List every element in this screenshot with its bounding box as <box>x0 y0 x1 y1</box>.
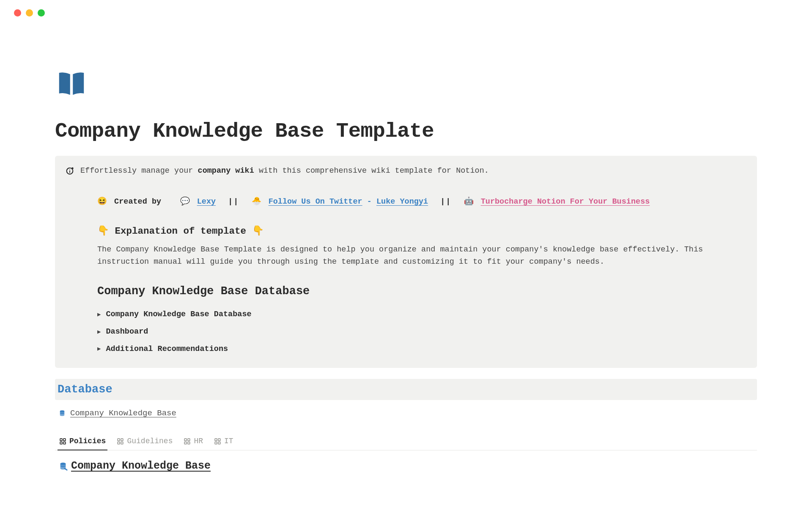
maximize-window-icon[interactable] <box>38 9 45 17</box>
svg-rect-11 <box>118 442 120 444</box>
tab-it[interactable]: IT <box>213 433 234 450</box>
database-stack-icon <box>58 409 66 417</box>
svg-rect-5 <box>60 439 62 441</box>
link-follow-twitter[interactable]: Follow Us On Twitter <box>269 197 362 206</box>
svg-rect-15 <box>185 442 187 444</box>
credits-line: 😆 Created by 💬 Lexy || 🐣 Follow Us On Tw… <box>80 196 747 208</box>
database-heading-block: Database <box>55 379 757 400</box>
chevron-right-icon: ▶ <box>97 310 101 320</box>
chick-icon: 🐣 <box>252 197 261 206</box>
callout-intro: Effortlessly manage your company wiki wi… <box>80 165 747 177</box>
tab-hr[interactable]: HR <box>183 433 204 450</box>
svg-rect-10 <box>121 439 123 441</box>
toggle-item[interactable]: ▶ Dashboard <box>97 323 747 341</box>
page-title: Company Knowledge Base Template <box>55 119 757 143</box>
minimize-window-icon[interactable] <box>26 9 33 17</box>
board-icon <box>214 438 221 445</box>
svg-rect-8 <box>63 442 66 444</box>
board-icon <box>117 438 124 445</box>
subheading-database: Company Knowledge Base Database <box>80 283 747 301</box>
chevron-right-icon: ▶ <box>97 328 101 337</box>
linked-database-label[interactable]: Company Knowledge Base <box>70 409 176 418</box>
svg-rect-17 <box>215 439 217 441</box>
tab-guidelines[interactable]: Guidelines <box>116 433 173 450</box>
point-down-icon: 👇 <box>97 226 109 237</box>
point-down-icon: 👇 <box>252 226 264 237</box>
callout-block: Effortlessly manage your company wiki wi… <box>55 156 757 368</box>
svg-rect-19 <box>215 442 217 444</box>
svg-point-3 <box>71 167 74 169</box>
toggle-list: ▶ Company Knowledge Base Database ▶ Dash… <box>80 306 747 358</box>
board-icon <box>184 438 191 445</box>
chevron-right-icon: ▶ <box>97 345 101 354</box>
explanation-body: The Company Knowledge Base Template is d… <box>80 244 747 268</box>
info-icon <box>65 166 74 175</box>
speech-bubble-icon: 💬 <box>180 197 190 206</box>
close-window-icon[interactable] <box>14 9 21 17</box>
svg-rect-20 <box>218 442 220 444</box>
database-heading: Database <box>58 383 754 396</box>
database-stack-icon <box>58 461 68 471</box>
toggle-item[interactable]: ▶ Company Knowledge Base Database <box>97 306 747 323</box>
view-tabs: Policies Guidelines HR <box>55 433 757 450</box>
linked-database-row[interactable]: Company Knowledge Base <box>55 406 757 420</box>
robot-icon: 🤖 <box>464 197 474 206</box>
page-icon-book[interactable] <box>55 67 757 102</box>
svg-rect-18 <box>218 439 220 441</box>
emoji-smile-icon: 😆 <box>97 197 107 206</box>
link-luke[interactable]: Luke Yongyi <box>376 197 428 206</box>
svg-rect-9 <box>118 439 120 441</box>
svg-rect-16 <box>188 442 190 444</box>
svg-rect-6 <box>63 439 66 441</box>
board-group-title[interactable]: Company Knowledge Base <box>55 460 757 472</box>
link-turbocharge[interactable]: Turbocharge Notion For Your Business <box>481 197 650 206</box>
link-lexy[interactable]: Lexy <box>197 197 216 206</box>
explanation-heading: 👇 Explanation of template 👇 <box>80 224 747 239</box>
svg-rect-14 <box>188 439 190 441</box>
board-icon <box>59 438 66 445</box>
window-traffic-lights <box>0 0 812 17</box>
svg-rect-7 <box>60 442 62 444</box>
tab-policies[interactable]: Policies <box>58 433 107 450</box>
toggle-item[interactable]: ▶ Additional Recommendations <box>97 341 747 358</box>
svg-rect-13 <box>185 439 187 441</box>
svg-rect-12 <box>121 442 123 444</box>
